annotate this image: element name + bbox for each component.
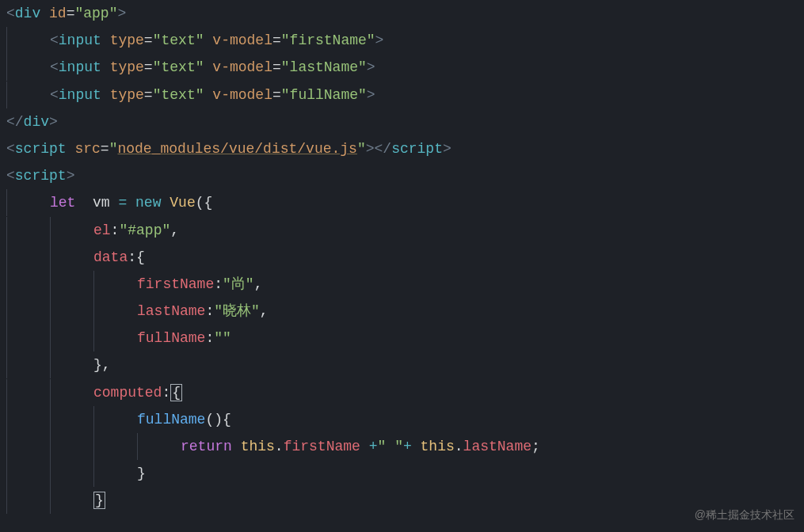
- code-line: <div id="app">: [6, 0, 798, 27]
- watermark: @稀土掘金技术社区: [695, 504, 794, 526]
- code-line: <input type="text" v-model="fullName">: [6, 82, 798, 108]
- cursor-bracket-match: }: [93, 492, 105, 509]
- code-line: },: [6, 352, 798, 378]
- code-line: }: [6, 487, 798, 514]
- code-line: el:"#app",: [6, 217, 798, 244]
- code-line: }: [6, 460, 798, 487]
- code-line: return this.firstName +" "+ this.lastNam…: [6, 433, 798, 460]
- code-line: data:{: [6, 244, 798, 271]
- code-line: lastName:"晓林",: [6, 298, 798, 325]
- code-line: fullName(){: [6, 406, 798, 433]
- cursor-bracket-match: {: [170, 384, 182, 401]
- code-line: let vm = new Vue({: [6, 189, 798, 216]
- code-line: fullName:"": [6, 325, 798, 352]
- code-line: <script src="node_modules/vue/dist/vue.j…: [6, 135, 798, 162]
- code-line: firstName:"尚",: [6, 271, 798, 298]
- code-line: <script>: [6, 162, 798, 189]
- code-line: computed:{: [6, 379, 798, 406]
- code-line: <input type="text" v-model="firstName">: [6, 27, 798, 54]
- code-editor[interactable]: <div id="app"> <input type="text" v-mode…: [6, 0, 798, 515]
- code-line: </div>: [6, 108, 798, 135]
- code-line: <input type="text" v-model="lastName">: [6, 54, 798, 81]
